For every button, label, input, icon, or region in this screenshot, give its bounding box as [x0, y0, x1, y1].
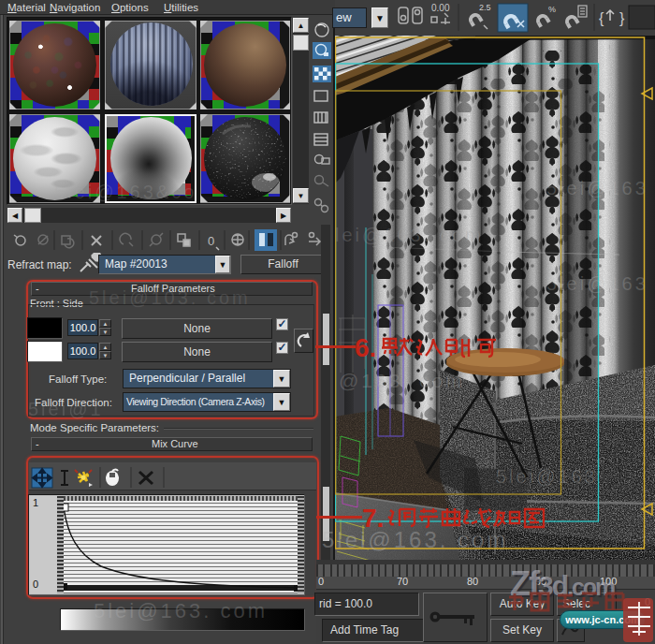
svg-text:}: } — [619, 10, 625, 26]
svg-text:2.5: 2.5 — [479, 3, 491, 12]
svg-text:6.: 6. — [355, 333, 376, 362]
svg-text:0.00: 0.00 — [431, 3, 450, 13]
svg-text:{: { — [599, 10, 604, 26]
svg-text:0: 0 — [208, 234, 214, 248]
svg-text:%: % — [548, 5, 556, 14]
